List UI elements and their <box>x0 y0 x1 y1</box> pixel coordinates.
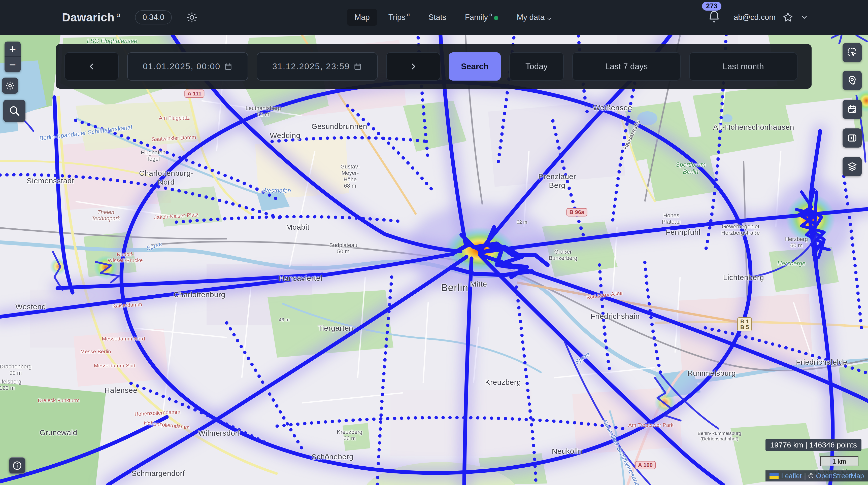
user-email: ab@cd.com <box>734 13 776 22</box>
nav-tab-label: Stats <box>429 13 446 22</box>
nav-tab-family[interactable]: Family α <box>458 9 506 26</box>
nav-tab-trips[interactable]: Trips α <box>381 9 417 26</box>
attribution-separator: | <box>804 472 806 480</box>
area-select-icon <box>847 47 858 58</box>
star-icon <box>782 11 794 23</box>
calendar-select-icon <box>847 104 858 115</box>
nav-tab-label: Trips <box>389 13 406 22</box>
sun-icon <box>186 12 197 23</box>
openstreetmap-link[interactable]: OpenStreetMap <box>816 472 864 480</box>
ukraine-flag-icon <box>770 473 779 479</box>
start-datetime-value: 01.01.2025, 00:00 <box>143 61 220 71</box>
alpha-badge: α <box>489 12 492 18</box>
last-7-days-button[interactable]: Last 7 days <box>572 53 681 80</box>
next-period-button[interactable] <box>386 53 440 80</box>
theme-toggle-button[interactable] <box>185 11 199 23</box>
map-search-button[interactable] <box>3 100 26 122</box>
calendar-icon <box>224 62 232 71</box>
info-icon <box>12 460 22 471</box>
map-settings-button[interactable] <box>2 77 18 94</box>
notifications-count-badge: 273 <box>702 2 721 10</box>
point-select-button[interactable] <box>842 71 862 90</box>
layers-icon <box>847 161 858 172</box>
zoom-out-button[interactable]: − <box>4 57 21 72</box>
chevron-down-icon <box>546 16 552 22</box>
alpha-badge: α <box>117 11 121 19</box>
nav-tab-map[interactable]: Map <box>347 9 377 26</box>
area-select-button[interactable] <box>842 43 862 62</box>
chevron-right-icon <box>409 62 417 71</box>
navbar-right: 273 ab@cd.com <box>708 10 808 25</box>
nav-tab-label: My data <box>517 13 545 22</box>
search-magnifier-icon <box>8 105 21 117</box>
nav-tab-my-data[interactable]: My data <box>509 9 560 26</box>
last-month-button[interactable]: Last month <box>689 53 798 80</box>
notifications-button[interactable]: 273 <box>708 10 721 25</box>
nav-tab-stats[interactable]: Stats <box>421 9 454 26</box>
today-button[interactable]: Today <box>509 53 564 80</box>
map-attribution: Leaflet | © OpenStreetMap <box>766 471 868 482</box>
leaflet-link[interactable]: Leaflet <box>781 472 802 480</box>
dawarich-app: LSG FlughafenseeAm FlugplatzSaatwinkler … <box>0 0 868 485</box>
calendar-icon <box>353 62 362 71</box>
settings-gear-icon <box>5 80 15 91</box>
layers-button[interactable] <box>842 157 862 176</box>
top-navbar: Dawarich α 0.34.0 Map Trips α <box>0 0 868 35</box>
zoom-control: + − <box>4 41 21 72</box>
nav-tab-label: Map <box>354 13 370 22</box>
end-datetime-value: 31.12.2025, 23:59 <box>272 61 350 71</box>
search-button[interactable]: Search <box>449 53 501 80</box>
panel-toggle-button[interactable] <box>842 128 862 148</box>
main-nav: Map Trips α Stats Family α <box>347 9 559 26</box>
map-scale-bar: 1 km <box>820 456 859 466</box>
nav-tab-label: Family <box>465 13 488 22</box>
track-stats-badge: 19776 km | 146346 points <box>766 439 862 451</box>
bell-icon <box>708 10 721 24</box>
previous-period-button[interactable] <box>64 53 119 80</box>
calendar-select-button[interactable] <box>842 100 862 119</box>
favorite-button[interactable] <box>782 11 794 23</box>
start-datetime-input[interactable]: 01.01.2025, 00:00 <box>127 53 248 80</box>
map-info-button[interactable] <box>9 457 26 474</box>
point-select-icon <box>847 75 858 86</box>
end-datetime-input[interactable]: 31.12.2025, 23:59 <box>257 53 378 80</box>
app-title: Dawarich <box>62 10 115 24</box>
panel-toggle-icon <box>847 133 858 143</box>
app-logo[interactable]: Dawarich α <box>62 10 120 24</box>
version-badge: 0.34.0 <box>135 10 172 25</box>
chevron-down-icon <box>800 13 808 22</box>
chevron-left-icon <box>87 62 96 71</box>
user-menu-button[interactable] <box>800 13 808 22</box>
copyright-sign: © <box>808 472 813 480</box>
zoom-in-button[interactable]: + <box>4 41 21 57</box>
alpha-badge: α <box>407 12 410 18</box>
date-range-toolbar: 01.01.2025, 00:00 31.12.2025, 23:59 Sear… <box>56 44 812 89</box>
status-dot <box>494 16 498 20</box>
